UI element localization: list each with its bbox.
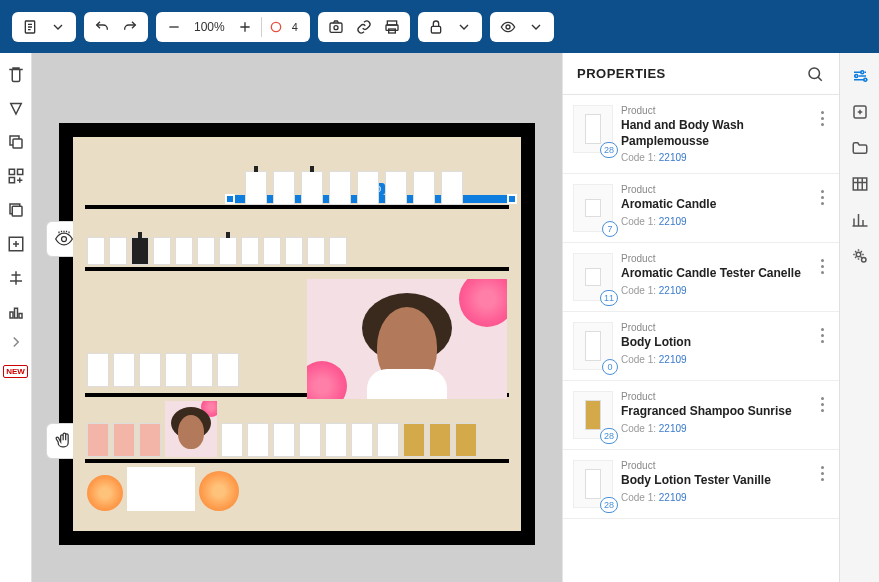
product-tile[interactable] xyxy=(241,237,259,265)
new-badge-icon[interactable]: NEW xyxy=(3,365,28,378)
copy-icon[interactable] xyxy=(5,131,27,153)
product-tile[interactable] xyxy=(285,237,303,265)
product-tile[interactable] xyxy=(441,171,463,205)
product-tile[interactable] xyxy=(139,423,161,457)
expand-icon[interactable] xyxy=(5,233,27,255)
item-code: Code 1: 22109 xyxy=(621,285,805,296)
item-code: Code 1: 22109 xyxy=(621,152,805,163)
undo-button[interactable] xyxy=(88,13,116,41)
product-tile[interactable] xyxy=(113,423,135,457)
property-item[interactable]: 7 Product Aromatic Candle Code 1: 22109 xyxy=(563,174,839,243)
product-tile[interactable] xyxy=(217,353,239,387)
chevron-down-icon[interactable] xyxy=(450,13,478,41)
add-page-icon[interactable] xyxy=(849,101,871,123)
product-tile[interactable] xyxy=(165,353,187,387)
settings-gear-icon[interactable] xyxy=(849,245,871,267)
product-tile[interactable] xyxy=(87,353,109,387)
folder-icon[interactable] xyxy=(849,137,871,159)
product-tile[interactable] xyxy=(307,237,325,265)
more-menu-icon[interactable] xyxy=(813,322,831,343)
shelf-row[interactable] xyxy=(85,215,509,271)
item-code: Code 1: 22109 xyxy=(621,216,805,227)
layers-copy-icon[interactable] xyxy=(5,199,27,221)
product-tile[interactable] xyxy=(197,237,215,265)
align-center-icon[interactable] xyxy=(5,267,27,289)
shelf-row[interactable] xyxy=(85,403,509,463)
product-tile[interactable] xyxy=(263,237,281,265)
product-tile[interactable] xyxy=(351,423,373,457)
product-tile[interactable] xyxy=(139,353,161,387)
shelf-row[interactable] xyxy=(85,277,509,397)
more-menu-icon[interactable] xyxy=(813,460,831,481)
product-tile[interactable] xyxy=(191,353,213,387)
svg-point-3 xyxy=(334,25,338,29)
chevron-down-icon[interactable] xyxy=(44,13,72,41)
product-tile[interactable] xyxy=(377,423,399,457)
more-menu-icon[interactable] xyxy=(813,184,831,205)
product-tile[interactable] xyxy=(413,171,435,205)
product-tile[interactable] xyxy=(175,237,193,265)
product-tile[interactable] xyxy=(301,171,323,205)
search-icon[interactable] xyxy=(805,64,825,84)
zoom-out-button[interactable] xyxy=(160,13,188,41)
eye-icon[interactable] xyxy=(494,13,522,41)
chevron-down-icon[interactable] xyxy=(522,13,550,41)
lifestyle-photo[interactable] xyxy=(127,467,195,511)
analytics-icon[interactable] xyxy=(849,209,871,231)
camera-icon[interactable] xyxy=(322,13,350,41)
zoom-in-button[interactable] xyxy=(231,13,259,41)
property-item[interactable]: 11 Product Aromatic Candle Tester Canell… xyxy=(563,243,839,312)
product-tile[interactable] xyxy=(87,237,105,265)
more-menu-icon[interactable] xyxy=(813,391,831,412)
property-item[interactable]: 28 Product Fragranced Shampoo Sunrise Co… xyxy=(563,381,839,450)
product-tile[interactable] xyxy=(273,171,295,205)
lock-icon[interactable] xyxy=(422,13,450,41)
redo-button[interactable] xyxy=(116,13,144,41)
product-tile[interactable] xyxy=(325,423,347,457)
notifications-button[interactable]: 4 xyxy=(264,13,306,41)
format-paint-icon[interactable] xyxy=(5,97,27,119)
property-item[interactable]: 28 Product Hand and Body Wash Pamplemous… xyxy=(563,95,839,174)
properties-list[interactable]: 28 Product Hand and Body Wash Pamplemous… xyxy=(563,95,839,582)
product-tile[interactable] xyxy=(357,171,379,205)
table-icon[interactable] xyxy=(849,173,871,195)
trash-icon[interactable] xyxy=(5,63,27,85)
product-tile[interactable] xyxy=(247,423,269,457)
shelf-row[interactable] xyxy=(85,469,509,513)
product-tile[interactable] xyxy=(87,423,109,457)
shelf-row[interactable] xyxy=(85,161,509,209)
product-tile[interactable] xyxy=(153,237,171,265)
product-tile[interactable] xyxy=(245,171,267,205)
product-tile[interactable] xyxy=(385,171,407,205)
product-tile[interactable] xyxy=(329,171,351,205)
canvas-area[interactable]: 1210 xyxy=(32,53,562,582)
document-icon[interactable] xyxy=(16,13,44,41)
chart-stats-icon[interactable] xyxy=(5,301,27,323)
product-tile[interactable] xyxy=(221,423,243,457)
property-item[interactable]: 28 Product Body Lotion Tester Vanille Co… xyxy=(563,450,839,519)
grid-add-icon[interactable] xyxy=(5,165,27,187)
product-tile[interactable] xyxy=(329,237,347,265)
planogram-canvas[interactable]: 1210 xyxy=(59,123,535,545)
product-tile[interactable] xyxy=(219,237,237,265)
print-icon[interactable] xyxy=(378,13,406,41)
chevron-right-icon[interactable] xyxy=(5,331,27,353)
link-icon[interactable] xyxy=(350,13,378,41)
lifestyle-photo[interactable] xyxy=(165,401,217,457)
lifestyle-photo[interactable] xyxy=(307,279,507,399)
property-item[interactable]: 0 Product Body Lotion Code 1: 22109 xyxy=(563,312,839,381)
product-tile[interactable] xyxy=(113,353,135,387)
zoom-level[interactable]: 100% xyxy=(188,20,231,34)
more-menu-icon[interactable] xyxy=(813,253,831,274)
item-code: Code 1: 22109 xyxy=(621,354,805,365)
product-tile[interactable] xyxy=(109,237,127,265)
product-tile[interactable] xyxy=(273,423,295,457)
count-badge: 28 xyxy=(600,428,618,444)
sliders-icon[interactable] xyxy=(849,65,871,87)
product-tile[interactable] xyxy=(429,423,451,457)
product-tile[interactable] xyxy=(131,237,149,265)
more-menu-icon[interactable] xyxy=(813,105,831,126)
product-tile[interactable] xyxy=(403,423,425,457)
product-tile[interactable] xyxy=(455,423,477,457)
product-tile[interactable] xyxy=(299,423,321,457)
